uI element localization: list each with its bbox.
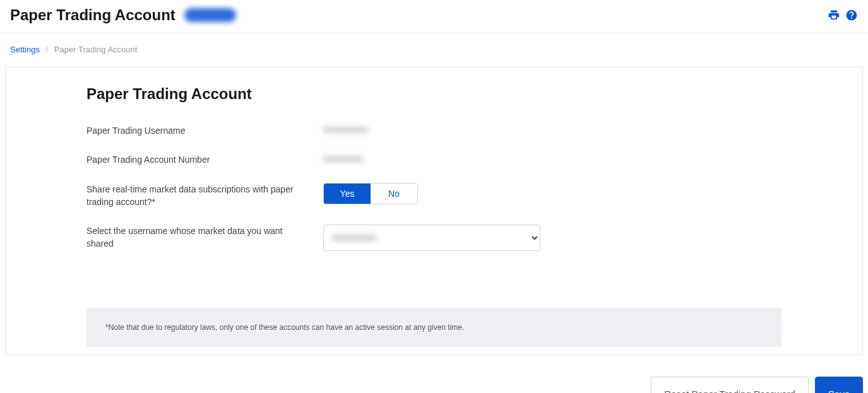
settings-panel: Paper Trading Account Paper Trading User…: [5, 67, 863, 355]
row-username: Paper Trading Username xxxxxxxxxx: [86, 124, 782, 137]
header-left: Paper Trading Account: [10, 6, 236, 24]
breadcrumb-root-link[interactable]: Settings: [10, 45, 40, 54]
reset-password-button[interactable]: Reset Paper Trading Password: [651, 377, 809, 393]
row-share-toggle: Share real-time market data subscription…: [86, 183, 782, 209]
header-actions: [828, 9, 858, 21]
account-badge: [184, 8, 236, 22]
breadcrumb-current: Paper Trading Account: [54, 45, 138, 54]
footer-actions: Reset Paper Trading Password Save: [0, 355, 868, 393]
toggle-yes-button[interactable]: Yes: [324, 184, 371, 204]
breadcrumb-separator: /: [46, 45, 49, 54]
account-number-label: Paper Trading Account Number: [86, 153, 323, 166]
regulatory-note: *Note that due to regulatory laws, only …: [86, 308, 782, 347]
page-title: Paper Trading Account: [10, 6, 175, 24]
row-select-username: Select the username whose market data yo…: [86, 225, 782, 251]
help-icon[interactable]: [845, 9, 858, 21]
print-icon[interactable]: [828, 9, 840, 21]
row-account-number: Paper Trading Account Number xxxxxxxxx: [86, 153, 782, 166]
page-header: Paper Trading Account: [0, 0, 868, 33]
username-select[interactable]: [323, 225, 540, 251]
save-button[interactable]: Save: [815, 377, 863, 393]
select-username-label: Select the username whose market data yo…: [86, 225, 323, 250]
toggle-no-button[interactable]: No: [371, 184, 417, 204]
account-number-value: xxxxxxxxx: [323, 153, 363, 163]
breadcrumb: Settings / Paper Trading Account: [0, 33, 868, 67]
panel-title: Paper Trading Account: [86, 85, 782, 103]
share-toggle: Yes No: [323, 183, 418, 204]
share-label: Share real-time market data subscription…: [86, 183, 323, 209]
username-label: Paper Trading Username: [86, 124, 323, 137]
username-value: xxxxxxxxxx: [323, 124, 367, 134]
